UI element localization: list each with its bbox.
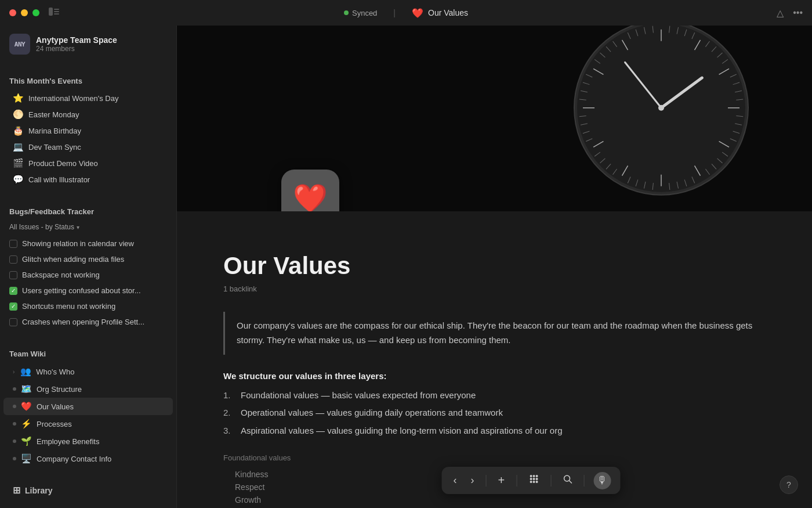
svg-line-79 bbox=[569, 481, 571, 483]
checkbox-1[interactable] bbox=[9, 240, 17, 248]
help-button[interactable]: ? bbox=[780, 475, 798, 494]
wiki-label: Who's Who bbox=[36, 368, 74, 376]
event-item-demo[interactable]: 🎬 Product Demo Video bbox=[3, 155, 173, 171]
sidebar-toggle-icon[interactable] bbox=[49, 8, 59, 17]
more-icon[interactable]: ••• bbox=[793, 8, 803, 18]
bug-label: Showing relation in calendar view bbox=[22, 239, 134, 248]
wiki-item-benefits[interactable]: 🌱 Employee Benefits bbox=[3, 433, 173, 450]
titlebar-center: Synced | ❤️ Our Values bbox=[344, 8, 468, 19]
alert-icon[interactable]: △ bbox=[777, 8, 784, 19]
list-dot-icon-4 bbox=[13, 439, 16, 443]
event-item-call[interactable]: 💬 Call with Illustrator bbox=[3, 171, 173, 188]
svg-rect-2 bbox=[54, 11, 59, 12]
svg-point-70 bbox=[532, 475, 535, 477]
toolbar-separator-2 bbox=[516, 475, 517, 487]
sidebar: ANY Anytype Team Space 24 members This M… bbox=[0, 26, 177, 508]
workspace-header[interactable]: ANY Anytype Team Space 24 members bbox=[0, 26, 176, 63]
event-item-birthday[interactable]: 🎂 Marina Birthday bbox=[3, 123, 173, 139]
search-button[interactable] bbox=[560, 472, 574, 489]
wiki-label: Our Values bbox=[37, 402, 74, 411]
bug-item-5[interactable]: ✓ Shortcuts menu not working bbox=[0, 298, 176, 314]
bug-item-2[interactable]: Glitch when adding media files bbox=[0, 251, 176, 267]
svg-point-69 bbox=[530, 475, 532, 477]
intro-quote: Our company's values are the compass for… bbox=[223, 312, 766, 355]
mic-button[interactable]: 🎙 bbox=[593, 472, 611, 489]
checkbox-4[interactable]: ✓ bbox=[9, 287, 17, 295]
bug-label: Glitch when adding media files bbox=[22, 255, 124, 264]
event-item-devsync[interactable]: 💻 Dev Team Sync bbox=[3, 139, 173, 155]
bug-label: Shortcuts menu not working bbox=[22, 302, 115, 311]
svg-rect-1 bbox=[54, 9, 59, 10]
wiki-item-values[interactable]: ❤️ Our Values bbox=[3, 398, 173, 415]
toolbar-separator-1 bbox=[486, 475, 487, 487]
wiki-label: Org Structure bbox=[37, 385, 82, 394]
svg-point-68 bbox=[658, 105, 664, 111]
foundational-label: Foundational values bbox=[223, 453, 766, 462]
page-title: Our Values bbox=[428, 8, 468, 17]
chevron-right-icon: › bbox=[13, 369, 14, 375]
bug-item-1[interactable]: Showing relation in calendar view bbox=[0, 236, 176, 251]
svg-rect-3 bbox=[54, 13, 59, 15]
bug-filter-label: All Issues - by Status bbox=[9, 223, 74, 231]
add-button[interactable]: + bbox=[496, 471, 507, 489]
checkbox-5[interactable]: ✓ bbox=[9, 302, 17, 311]
synced-label: Synced bbox=[352, 9, 377, 17]
chevron-down-icon: ▾ bbox=[77, 224, 79, 230]
svg-point-74 bbox=[535, 478, 538, 480]
minimize-button[interactable] bbox=[21, 9, 28, 16]
layer-1-text: Foundational values — basic values expec… bbox=[241, 389, 476, 402]
wiki-item-whos-who[interactable]: › 👥 Who's Who bbox=[3, 363, 173, 380]
bug-label: Crashes when opening Profile Sett... bbox=[22, 318, 144, 326]
wiki-label: Processes bbox=[37, 420, 72, 428]
wiki-item-processes[interactable]: ⚡ Processes bbox=[3, 415, 173, 433]
events-section: This Month's Events ⭐ International Wome… bbox=[0, 67, 176, 193]
list-item-3: Aspirational values — values guiding the… bbox=[223, 424, 766, 438]
wiki-label: Company Contact Info bbox=[37, 455, 111, 463]
floating-toolbar: ‹ › + 🎙 bbox=[442, 467, 621, 494]
close-button[interactable] bbox=[9, 9, 16, 16]
birthday-icon: 🎂 bbox=[13, 125, 24, 136]
bugs-section: Bugs/Feedback Tracker All Issues - by St… bbox=[0, 198, 176, 336]
checkbox-2[interactable] bbox=[9, 255, 17, 264]
bugs-section-title: Bugs/Feedback Tracker bbox=[0, 204, 176, 221]
synced-dot bbox=[344, 10, 349, 15]
toolbar-separator-4 bbox=[583, 475, 584, 487]
bug-filter[interactable]: All Issues - by Status ▾ bbox=[0, 221, 176, 236]
layers-list: Foundational values — basic values expec… bbox=[223, 389, 766, 438]
checkbox-6[interactable] bbox=[9, 318, 17, 326]
value-growth: Growth bbox=[235, 493, 766, 506]
document-content: Our Values 1 backlink Our company's valu… bbox=[177, 211, 812, 508]
call-icon: 💬 bbox=[13, 174, 24, 185]
demo-icon: 🎬 bbox=[13, 158, 24, 168]
wiki-section-title: Team Wiki bbox=[0, 346, 176, 363]
back-button[interactable]: ‹ bbox=[451, 472, 459, 489]
wiki-item-contact[interactable]: 🖥️ Company Contact Info bbox=[3, 450, 173, 467]
checkbox-3[interactable] bbox=[9, 271, 17, 279]
library-header[interactable]: ⊞ Library bbox=[3, 480, 173, 500]
grid-button[interactable] bbox=[526, 471, 541, 489]
workspace-members: 24 members bbox=[36, 45, 117, 53]
maximize-button[interactable] bbox=[32, 9, 39, 16]
event-item-easter[interactable]: 🌕 Easter Monday bbox=[3, 106, 173, 123]
svg-point-71 bbox=[535, 475, 538, 477]
whos-who-icon: 👥 bbox=[20, 366, 31, 377]
hero-banner: ❤️ bbox=[177, 26, 812, 211]
content-area: ❤️ Our Values 1 backlink Our company's v… bbox=[177, 26, 812, 508]
bug-item-3[interactable]: Backspace not working bbox=[0, 267, 176, 283]
easter-icon: 🌕 bbox=[13, 109, 24, 120]
svg-point-75 bbox=[530, 481, 532, 483]
contact-icon: 🖥️ bbox=[21, 453, 32, 464]
svg-point-72 bbox=[530, 478, 532, 480]
bug-item-4[interactable]: ✓ Users getting confused about stor... bbox=[0, 283, 176, 298]
forward-button[interactable]: › bbox=[469, 472, 477, 489]
backlink[interactable]: 1 backlink bbox=[223, 284, 766, 293]
library-label: Library bbox=[25, 486, 52, 495]
document-title: Our Values bbox=[223, 252, 766, 280]
event-label: International Women's Day bbox=[28, 94, 118, 103]
svg-point-73 bbox=[532, 478, 535, 480]
bug-item-6[interactable]: Crashes when opening Profile Sett... bbox=[0, 314, 176, 330]
app-icon: ❤️ bbox=[281, 170, 339, 211]
event-item-womens-day[interactable]: ⭐ International Women's Day bbox=[3, 90, 173, 106]
wiki-item-org[interactable]: 🗺️ Org Structure bbox=[3, 380, 173, 398]
devsync-icon: 💻 bbox=[13, 142, 24, 152]
